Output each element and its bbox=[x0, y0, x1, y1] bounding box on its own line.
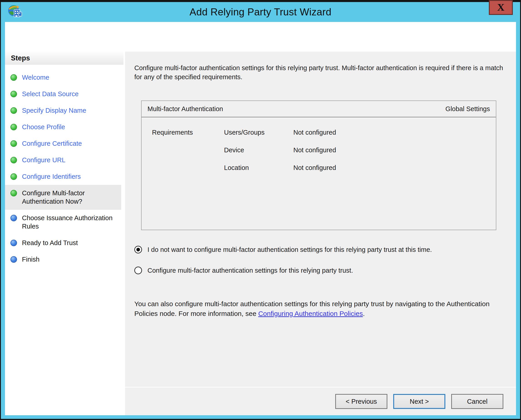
step-current-icon bbox=[10, 190, 17, 196]
adfs-wizard-icon bbox=[7, 4, 23, 20]
sidebar-item-configure-multi-factor-authentication-now: Configure Multi-factor Authentication No… bbox=[5, 185, 121, 210]
sidebar-divider bbox=[124, 52, 125, 415]
wizard-footer: < Previous Next > Cancel bbox=[125, 387, 516, 415]
main-content: Configure multi-factor authentication se… bbox=[125, 52, 516, 387]
radio-unselected-icon[interactable] bbox=[134, 267, 142, 274]
sidebar-item-specify-display-name[interactable]: Specify Display Name bbox=[5, 102, 121, 119]
wizard-dialog: Steps WelcomeSelect Data SourceSpecify D… bbox=[5, 22, 516, 415]
sidebar-item-configure-certificate[interactable]: Configure Certificate bbox=[5, 135, 121, 152]
step-label: Choose Issuance Authorization Rules bbox=[22, 214, 120, 231]
radio-option-2[interactable]: Configure multi-factor authentication se… bbox=[134, 265, 505, 275]
steps-list: WelcomeSelect Data SourceSpecify Display… bbox=[5, 65, 124, 268]
mfa-table-title: Multi-factor Authentication bbox=[148, 105, 445, 113]
step-pending-icon bbox=[10, 215, 17, 221]
sidebar-item-choose-profile[interactable]: Choose Profile bbox=[5, 119, 121, 135]
step-label: Configure Multi-factor Authentication No… bbox=[22, 189, 120, 206]
step-done-icon bbox=[10, 157, 17, 163]
close-button[interactable]: X bbox=[489, 0, 513, 15]
main-panel: Configure multi-factor authentication se… bbox=[125, 52, 516, 415]
configuring-authentication-policies-link[interactable]: Configuring Authentication Policies bbox=[258, 310, 363, 317]
mfa-table-header: Multi-factor Authentication Global Setti… bbox=[142, 101, 496, 117]
mfa-requirement-value: Not configured bbox=[293, 124, 496, 141]
step-done-icon bbox=[10, 107, 17, 114]
wizard-window: Add Relying Party Trust Wizard X Steps W… bbox=[1, 2, 520, 419]
cancel-button[interactable]: Cancel bbox=[451, 394, 503, 409]
mfa-row-label bbox=[152, 159, 224, 177]
step-pending-icon bbox=[10, 240, 17, 246]
previous-button[interactable]: < Previous bbox=[335, 394, 387, 409]
sidebar-item-welcome[interactable]: Welcome bbox=[5, 69, 121, 86]
mfa-requirement-name: Users/Groups bbox=[224, 124, 293, 141]
mfa-requirement-name: Device bbox=[224, 141, 293, 159]
next-button[interactable]: Next > bbox=[393, 394, 445, 409]
radio-selected-icon[interactable] bbox=[134, 246, 142, 254]
mfa-settings-table: Multi-factor Authentication Global Setti… bbox=[141, 100, 496, 230]
sidebar-item-ready-to-add-trust: Ready to Add Trust bbox=[5, 235, 121, 251]
sidebar-item-configure-identifiers[interactable]: Configure Identifiers bbox=[5, 168, 121, 185]
radio-option-1[interactable]: I do not want to configure multi-factor … bbox=[134, 245, 505, 255]
step-label: Ready to Add Trust bbox=[22, 239, 78, 247]
mfa-table-body: RequirementsUsers/GroupsNot configuredDe… bbox=[142, 118, 496, 230]
step-done-icon bbox=[10, 74, 17, 81]
steps-sidebar: Steps WelcomeSelect Data SourceSpecify D… bbox=[5, 52, 124, 415]
steps-header: Steps bbox=[5, 52, 124, 65]
mfa-requirement-name: Location bbox=[224, 159, 293, 177]
radio-option-label: I do not want to configure multi-factor … bbox=[148, 246, 432, 254]
dialog-body: Steps WelcomeSelect Data SourceSpecify D… bbox=[5, 52, 516, 415]
step-label: Finish bbox=[22, 255, 39, 264]
mfa-radio-group: I do not want to configure multi-factor … bbox=[134, 245, 505, 275]
mfa-requirement-value: Not configured bbox=[293, 159, 496, 177]
step-label: Configure Certificate bbox=[22, 139, 82, 148]
step-label: Welcome bbox=[22, 73, 49, 82]
mfa-row-label bbox=[152, 141, 224, 159]
step-done-icon bbox=[10, 140, 17, 147]
step-label: Specify Display Name bbox=[22, 106, 86, 115]
mfa-row-label: Requirements bbox=[152, 124, 224, 141]
step-done-icon bbox=[10, 124, 17, 130]
global-settings-label: Global Settings bbox=[445, 105, 490, 113]
radio-option-label: Configure multi-factor authentication se… bbox=[148, 267, 353, 274]
sidebar-item-configure-url[interactable]: Configure URL bbox=[5, 152, 121, 168]
window-title: Add Relying Party Trust Wizard bbox=[190, 6, 331, 18]
titlebar: Add Relying Party Trust Wizard X bbox=[5, 2, 516, 22]
step-label: Choose Profile bbox=[22, 123, 65, 131]
step-pending-icon bbox=[10, 256, 17, 263]
sidebar-item-finish: Finish bbox=[5, 251, 121, 268]
step-label: Select Data Source bbox=[22, 90, 79, 98]
sidebar-item-select-data-source[interactable]: Select Data Source bbox=[5, 86, 121, 102]
step-label: Configure Identifiers bbox=[22, 172, 81, 181]
dialog-header-band bbox=[5, 22, 516, 52]
note-after-link: . bbox=[363, 310, 365, 317]
note-text: You can also configure multi-factor auth… bbox=[134, 299, 505, 318]
step-label: Configure URL bbox=[22, 156, 65, 164]
step-done-icon bbox=[10, 91, 17, 97]
mfa-requirement-value: Not configured bbox=[293, 141, 496, 159]
sidebar-item-choose-issuance-authorization-rules: Choose Issuance Authorization Rules bbox=[5, 210, 121, 235]
step-done-icon bbox=[10, 173, 17, 180]
intro-text: Configure multi-factor authentication se… bbox=[134, 63, 505, 82]
